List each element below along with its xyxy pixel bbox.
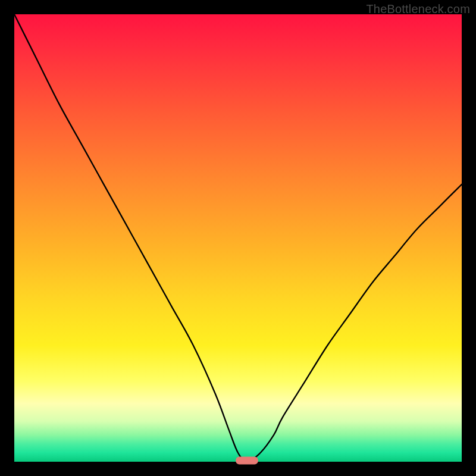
- chart-frame: TheBottleneck.com: [0, 0, 476, 476]
- curve-path: [14, 14, 462, 462]
- optimum-marker: [236, 457, 258, 465]
- watermark-text: TheBottleneck.com: [366, 2, 470, 16]
- bottleneck-curve: [14, 14, 462, 462]
